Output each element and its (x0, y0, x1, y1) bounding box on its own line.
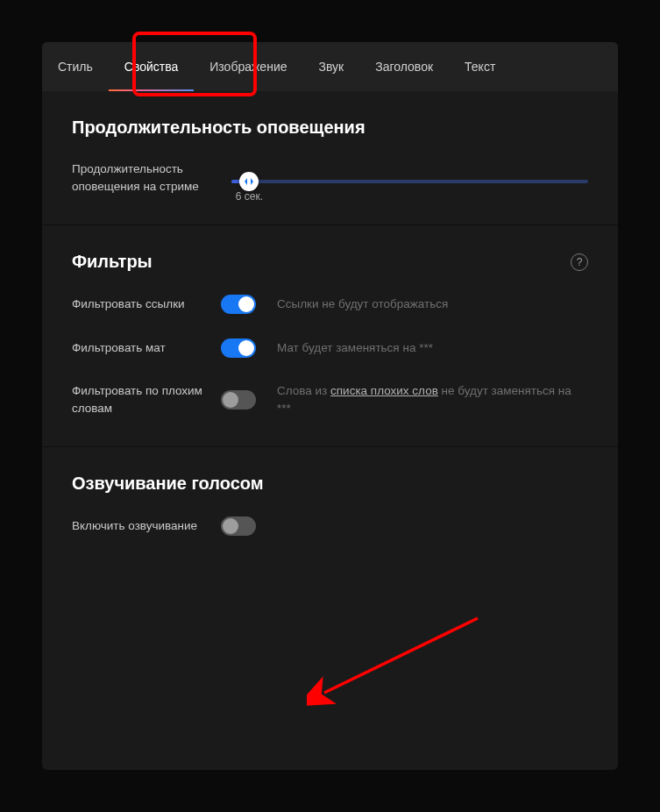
tab-text[interactable]: Текст (449, 42, 511, 91)
filter-row-badwords: Фильтровать по плохим словам Слова из сп… (72, 382, 588, 417)
section-duration: Продолжительность оповещения Продолжител… (42, 91, 618, 225)
section-filters: Фильтры ? Фильтровать ссылки Ссылки не б… (42, 225, 618, 447)
voice-label: Включить озвучивание (72, 517, 221, 535)
filter-label: Фильтровать мат (72, 339, 221, 357)
toggle-filter-links[interactable] (221, 295, 256, 314)
duration-label: Продолжительность оповещения на стриме (72, 160, 221, 195)
badwords-list-link[interactable]: списка плохих слов (330, 384, 438, 397)
filter-desc: Слова из списка плохих слов не будут зам… (277, 382, 588, 417)
voice-row: Включить озвучивание (72, 516, 588, 536)
filter-row-profanity: Фильтровать мат Мат будет заменяться на … (72, 338, 588, 358)
tab-title[interactable]: Заголовок (359, 42, 449, 91)
help-icon[interactable]: ? (571, 253, 588, 271)
tab-bar: Стиль Свойства Изображение Звук Заголово… (42, 42, 618, 91)
toggle-voice[interactable] (221, 516, 256, 536)
tab-style[interactable]: Стиль (42, 42, 109, 91)
section-title-filters: Фильтры (72, 252, 153, 272)
toggle-filter-profanity[interactable] (221, 338, 256, 358)
duration-slider[interactable]: 6 сек. (231, 173, 588, 183)
settings-panel: Стиль Свойства Изображение Звук Заголово… (42, 42, 618, 770)
tab-properties[interactable]: Свойства (109, 42, 194, 91)
toggle-filter-badwords[interactable] (221, 390, 256, 410)
tab-sound[interactable]: Звук (303, 42, 360, 91)
filter-desc: Мат будет заменяться на *** (277, 339, 433, 357)
slider-value-label: 6 сек. (236, 190, 263, 203)
tab-image[interactable]: Изображение (194, 42, 302, 91)
section-voice: Озвучивание голосом Включить озвучивание (42, 447, 618, 566)
slider-thumb[interactable] (239, 172, 259, 191)
section-title-duration: Продолжительность оповещения (72, 118, 588, 138)
filter-desc: Ссылки не будут отображаться (277, 296, 448, 313)
filter-label: Фильтровать ссылки (72, 296, 221, 313)
filter-row-links: Фильтровать ссылки Ссылки не будут отобр… (72, 295, 588, 314)
filter-label: Фильтровать по плохим словам (72, 382, 221, 417)
section-title-voice: Озвучивание голосом (72, 474, 588, 494)
